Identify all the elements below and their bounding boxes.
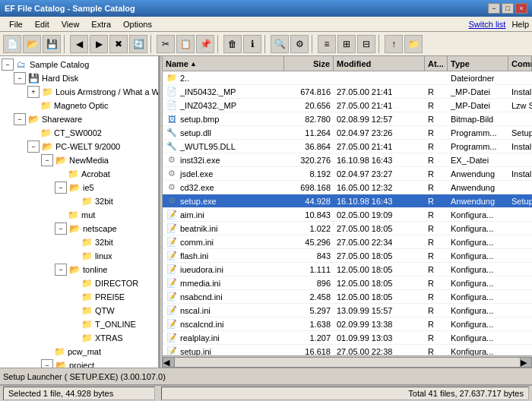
toolbar-delete[interactable]: 🗑 [223, 35, 242, 53]
tree-item-preise[interactable]: 📁 PREI5E [0, 290, 158, 304]
tree-item-hard-disk[interactable]: − 💾 Hard Disk [0, 71, 158, 85]
toolbar-copy[interactable]: 📋 [176, 35, 195, 53]
file-list[interactable]: 📁 2.. Dateiordner 📄 _IN50432._MP 674.816… [163, 71, 532, 355]
file-row[interactable]: 📝 realplay.ini 1.207 01.09.99 13:03 R Ko… [163, 331, 532, 345]
menu-view[interactable]: View [55, 18, 86, 30]
file-row[interactable]: 📄 _INZ0432._MP 20.656 27.05.00 21:41 R _… [163, 99, 532, 112]
hscroll-left[interactable]: ◀ [163, 357, 175, 368]
file-row[interactable]: 📝 nscal.ini 5.297 13.09.99 15:57 R Konfi… [163, 304, 532, 317]
toolbar-new[interactable]: 📄 [3, 35, 21, 53]
tree-expander[interactable]: − [2, 58, 14, 71]
file-row[interactable]: 📁 2.. Dateiordner [163, 71, 532, 85]
tree-item-ie5[interactable]: − 📂 ie5 [0, 181, 158, 194]
col-header-size[interactable]: Size [284, 56, 334, 71]
menu-extra[interactable]: Extra [85, 18, 117, 30]
toolbar-open[interactable]: 📂 [23, 35, 41, 53]
file-row[interactable]: 📝 aim.ini 10.843 02.05.00 19:09 R Konfig… [163, 208, 532, 222]
tree-item-linux[interactable]: 📁 linux [0, 249, 158, 263]
toolbar-view1[interactable]: ≡ [318, 35, 336, 53]
file-row[interactable]: 📝 flash.ini 843 27.05.00 18:05 R Konfigu… [163, 249, 532, 263]
file-size-cell: 2.458 [284, 292, 334, 302]
maximize-button[interactable]: □ [502, 3, 514, 14]
toolbar-cut[interactable]: ✂ [157, 35, 175, 53]
tree-item-magneto[interactable]: 📁 Magneto Optic [0, 99, 158, 112]
toolbar-save[interactable]: 💾 [43, 35, 61, 53]
tree-item-netscape[interactable]: − 📂 netscape [0, 222, 158, 235]
file-row[interactable]: 🔧 _WUTL95.DLL 36.864 27.05.00 21:41 R Pr… [163, 140, 532, 153]
file-row[interactable]: 🖼 setup.bmp 82.780 02.08.99 12:57 R Bitm… [163, 112, 532, 126]
tree-item-t-online[interactable]: 📁 T_ONLINE [0, 317, 158, 331]
file-row[interactable]: 📝 setup.ini 16.618 27.05.00 22:38 R Konf… [163, 345, 532, 355]
tree-item-project[interactable]: − 📂 project [0, 358, 158, 368]
horizontal-scrollbar[interactable]: ◀ ▶ [163, 355, 532, 368]
hscroll-right[interactable]: ▶ [520, 357, 532, 368]
tree-item-xtras[interactable]: 📁 XTRAS [0, 331, 158, 345]
tree-item-shareware[interactable]: − 📂 Shareware [0, 112, 158, 126]
tree-item-32bit-ie5[interactable]: 📁 32bit [0, 194, 158, 208]
file-row[interactable]: 📝 nsabcnd.ini 2.458 12.05.00 18:05 R Kon… [163, 290, 532, 304]
toolbar-refresh[interactable]: 🔄 [129, 35, 147, 53]
file-row[interactable]: 📝 nscalcnd.ini 1.638 02.09.99 13:38 R Ko… [163, 317, 532, 331]
col-header-modified[interactable]: Modified [334, 56, 425, 71]
toolbar-view3[interactable]: ⊟ [357, 35, 375, 53]
help-button[interactable]: Help [511, 20, 529, 29]
col-header-comment[interactable]: Comment [508, 56, 532, 71]
tree-expander[interactable]: − [41, 154, 53, 166]
close-button[interactable]: × [515, 3, 527, 14]
file-row[interactable]: 📄 _IN50432._MP 674.816 27.05.00 21:41 R … [163, 85, 532, 99]
tree-item-32bit-ns[interactable]: 📁 32bit [0, 235, 158, 249]
file-row[interactable]: ⚙ inst32i.exe 320.276 16.10.98 16:43 R E… [163, 153, 532, 167]
col-header-name[interactable]: Name ▲ [163, 56, 284, 71]
hscroll-track[interactable] [175, 357, 520, 368]
tree-expander[interactable]: − [41, 359, 53, 368]
menu-edit[interactable]: Edit [29, 18, 55, 30]
tree-expander[interactable]: − [55, 264, 67, 276]
toolbar-stop[interactable]: ✖ [109, 35, 128, 53]
tree-item-pcwelt[interactable]: − 📂 PC-WELT 9/2000 [0, 140, 158, 153]
toolbar-properties[interactable]: ℹ [243, 35, 261, 53]
tree-item-qtw[interactable]: 📁 QTW [0, 304, 158, 317]
minimize-button[interactable]: − [488, 3, 500, 14]
toolbar-forward[interactable]: ▶ [90, 35, 108, 53]
file-row[interactable]: 📝 beatnik.ini 1.022 27.05.00 18:05 R Kon… [163, 222, 532, 235]
toolbar-up[interactable]: ↑ [385, 35, 403, 53]
menu-file[interactable]: File [3, 18, 29, 30]
col-header-type[interactable]: Type [448, 56, 508, 71]
tree-item-sample-catalog[interactable]: − 🗂 Sample Catalog [0, 58, 158, 71]
file-type-icon: 📝 [166, 209, 178, 221]
tree-item-pcwmat[interactable]: 📁 pcw_mat [0, 345, 158, 358]
menu-options[interactable]: Options [117, 18, 158, 30]
file-size-cell: 1.022 [284, 224, 334, 233]
toolbar-paste[interactable]: 📌 [196, 35, 214, 53]
file-modified-cell: 12.05.00 18:05 [334, 292, 425, 302]
toolbar-view2[interactable]: ⊞ [337, 35, 356, 53]
tree-expander[interactable]: − [14, 72, 26, 84]
toolbar-find[interactable]: 🔍 [271, 35, 289, 53]
folder-icon: 📁 [40, 127, 52, 139]
file-row[interactable]: 📝 iueudora.ini 1.111 12.05.00 18:05 R Ko… [163, 263, 532, 276]
file-row[interactable]: ⚙ setup.exe 44.928 16.10.98 16:43 R Anwe… [163, 194, 532, 208]
tree-expander[interactable]: − [55, 223, 67, 235]
file-row[interactable]: 📝 mmedia.ini 896 12.05.00 18:05 R Konfig… [163, 276, 532, 290]
file-row[interactable]: 📝 comm.ini 45.296 27.05.00 22:34 R Konfi… [163, 235, 532, 249]
file-row[interactable]: ⚙ jsdel.exe 8.192 02.04.97 23:27 R Anwen… [163, 167, 532, 181]
tree-item-director[interactable]: 📁 DIRECTOR [0, 276, 158, 290]
toolbar-filter[interactable]: ⚙ [290, 35, 309, 53]
tree-item-louis[interactable]: + 📁 Louis Armstrong / What a Wonde [0, 85, 158, 99]
tree-expander[interactable]: − [27, 141, 40, 153]
tree-item-newmedia[interactable]: − 📂 NewMedia [0, 153, 158, 167]
col-header-at[interactable]: At... [425, 56, 448, 71]
toolbar-catalog[interactable]: 📁 [404, 35, 423, 53]
window-controls[interactable]: − □ × [488, 3, 527, 14]
file-row[interactable]: ⚙ cd32.exe 698.168 16.05.00 12:32 R Anwe… [163, 181, 532, 194]
switch-list-button[interactable]: Switch list [468, 20, 505, 29]
tree-expander[interactable]: + [27, 86, 40, 98]
tree-expander[interactable]: − [55, 182, 67, 194]
tree-item-mut[interactable]: 📁 mut [0, 208, 158, 222]
toolbar-back[interactable]: ◀ [70, 35, 88, 53]
tree-expander[interactable]: − [14, 113, 26, 125]
tree-item-tonline[interactable]: − 📂 tonline [0, 263, 158, 276]
file-row[interactable]: 🔧 setup.dll 11.264 02.04.97 23:26 R Prog… [163, 126, 532, 140]
tree-item-ct[interactable]: 📁 CT_SW0002 [0, 126, 158, 140]
tree-item-acrobat[interactable]: 📁 Acrobat [0, 167, 158, 181]
